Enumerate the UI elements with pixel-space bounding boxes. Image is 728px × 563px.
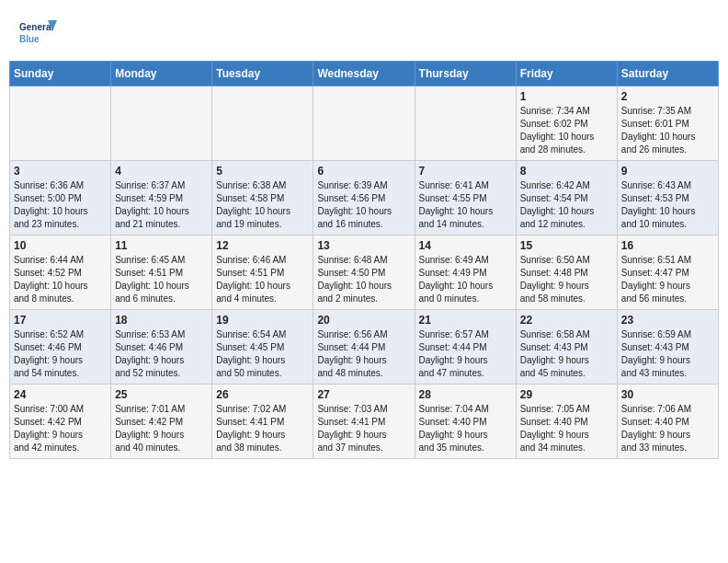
day-info: Sunrise: 6:53 AM Sunset: 4:46 PM Dayligh…	[115, 328, 208, 380]
calendar-day-cell: 27Sunrise: 7:03 AM Sunset: 4:41 PM Dayli…	[313, 385, 415, 459]
calendar-day-cell	[111, 86, 212, 161]
day-info: Sunrise: 6:59 AM Sunset: 4:43 PM Dayligh…	[621, 328, 714, 380]
day-info: Sunrise: 7:34 AM Sunset: 6:02 PM Dayligh…	[520, 105, 613, 156]
day-info: Sunrise: 7:03 AM Sunset: 4:41 PM Dayligh…	[317, 403, 410, 454]
calendar-day-cell: 15Sunrise: 6:50 AM Sunset: 4:48 PM Dayli…	[516, 236, 617, 310]
day-info: Sunrise: 7:00 AM Sunset: 4:42 PM Dayligh…	[14, 403, 107, 454]
day-info: Sunrise: 7:02 AM Sunset: 4:41 PM Dayligh…	[216, 403, 309, 454]
day-number: 15	[520, 239, 613, 252]
calendar-day-cell: 28Sunrise: 7:04 AM Sunset: 4:40 PM Dayli…	[415, 385, 516, 459]
calendar-day-cell: 17Sunrise: 6:52 AM Sunset: 4:46 PM Dayli…	[10, 310, 111, 385]
calendar-week-row: 1Sunrise: 7:34 AM Sunset: 6:02 PM Daylig…	[10, 86, 719, 161]
calendar-day-cell: 14Sunrise: 6:49 AM Sunset: 4:49 PM Dayli…	[415, 236, 516, 310]
weekday-header: Wednesday	[313, 62, 415, 86]
day-info: Sunrise: 6:51 AM Sunset: 4:47 PM Dayligh…	[621, 254, 714, 305]
weekday-header: Thursday	[415, 62, 516, 86]
calendar-day-cell	[313, 86, 415, 161]
day-info: Sunrise: 6:43 AM Sunset: 4:53 PM Dayligh…	[621, 179, 714, 231]
day-info: Sunrise: 6:38 AM Sunset: 4:58 PM Dayligh…	[216, 179, 309, 231]
day-info: Sunrise: 6:36 AM Sunset: 5:00 PM Dayligh…	[14, 179, 107, 231]
day-number: 7	[419, 165, 512, 178]
calendar-day-cell: 13Sunrise: 6:48 AM Sunset: 4:50 PM Dayli…	[313, 236, 415, 310]
calendar-day-cell: 29Sunrise: 7:05 AM Sunset: 4:40 PM Dayli…	[516, 385, 617, 459]
day-info: Sunrise: 7:06 AM Sunset: 4:40 PM Dayligh…	[621, 403, 714, 454]
day-info: Sunrise: 6:57 AM Sunset: 4:44 PM Dayligh…	[419, 328, 512, 380]
day-number: 5	[216, 165, 309, 178]
day-info: Sunrise: 6:56 AM Sunset: 4:44 PM Dayligh…	[317, 328, 410, 380]
calendar-day-cell: 12Sunrise: 6:46 AM Sunset: 4:51 PM Dayli…	[212, 236, 313, 310]
day-info: Sunrise: 6:39 AM Sunset: 4:56 PM Dayligh…	[317, 179, 410, 231]
logo-svg: General Blue	[18, 15, 57, 53]
day-info: Sunrise: 6:50 AM Sunset: 4:48 PM Dayligh…	[520, 254, 613, 305]
day-number: 3	[14, 165, 107, 178]
calendar-day-cell: 6Sunrise: 6:39 AM Sunset: 4:56 PM Daylig…	[313, 161, 415, 236]
day-number: 26	[216, 388, 309, 401]
day-number: 16	[621, 239, 714, 252]
weekday-header: Saturday	[617, 62, 718, 86]
day-number: 11	[115, 239, 208, 252]
day-number: 21	[419, 314, 512, 327]
calendar-day-cell: 8Sunrise: 6:42 AM Sunset: 4:54 PM Daylig…	[516, 161, 617, 236]
calendar-day-cell	[415, 86, 516, 161]
day-number: 10	[14, 239, 107, 252]
day-number: 14	[419, 239, 512, 252]
calendar-day-cell: 19Sunrise: 6:54 AM Sunset: 4:45 PM Dayli…	[212, 310, 313, 385]
calendar-week-row: 24Sunrise: 7:00 AM Sunset: 4:42 PM Dayli…	[10, 385, 719, 459]
calendar-day-cell: 23Sunrise: 6:59 AM Sunset: 4:43 PM Dayli…	[617, 310, 718, 385]
calendar-day-cell: 10Sunrise: 6:44 AM Sunset: 4:52 PM Dayli…	[10, 236, 111, 310]
day-number: 28	[419, 388, 512, 401]
day-number: 29	[520, 388, 613, 401]
weekday-header: Sunday	[10, 62, 111, 86]
calendar-day-cell: 30Sunrise: 7:06 AM Sunset: 4:40 PM Dayli…	[617, 385, 718, 459]
calendar-day-cell: 9Sunrise: 6:43 AM Sunset: 4:53 PM Daylig…	[617, 161, 718, 236]
calendar-day-cell: 26Sunrise: 7:02 AM Sunset: 4:41 PM Dayli…	[212, 385, 313, 459]
logo: General Blue	[18, 15, 57, 53]
day-number: 24	[14, 388, 107, 401]
day-info: Sunrise: 6:54 AM Sunset: 4:45 PM Dayligh…	[216, 328, 309, 380]
day-number: 6	[317, 165, 410, 178]
day-number: 17	[14, 314, 107, 327]
calendar-week-row: 17Sunrise: 6:52 AM Sunset: 4:46 PM Dayli…	[10, 310, 719, 385]
calendar-day-cell: 24Sunrise: 7:00 AM Sunset: 4:42 PM Dayli…	[10, 385, 111, 459]
day-number: 25	[115, 388, 208, 401]
calendar-day-cell: 25Sunrise: 7:01 AM Sunset: 4:42 PM Dayli…	[111, 385, 212, 459]
day-number: 20	[317, 314, 410, 327]
day-number: 27	[317, 388, 410, 401]
day-number: 13	[317, 239, 410, 252]
calendar-week-row: 3Sunrise: 6:36 AM Sunset: 5:00 PM Daylig…	[10, 161, 719, 236]
calendar-day-cell	[212, 86, 313, 161]
calendar-day-cell: 7Sunrise: 6:41 AM Sunset: 4:55 PM Daylig…	[415, 161, 516, 236]
day-number: 12	[216, 239, 309, 252]
calendar-day-cell: 22Sunrise: 6:58 AM Sunset: 4:43 PM Dayli…	[516, 310, 617, 385]
day-number: 19	[216, 314, 309, 327]
calendar-table: SundayMondayTuesdayWednesdayThursdayFrid…	[9, 61, 719, 459]
day-number: 2	[621, 90, 714, 103]
day-info: Sunrise: 7:05 AM Sunset: 4:40 PM Dayligh…	[520, 403, 613, 454]
day-info: Sunrise: 6:37 AM Sunset: 4:59 PM Dayligh…	[115, 179, 208, 231]
calendar-day-cell: 18Sunrise: 6:53 AM Sunset: 4:46 PM Dayli…	[111, 310, 212, 385]
day-info: Sunrise: 6:58 AM Sunset: 4:43 PM Dayligh…	[520, 328, 613, 380]
day-info: Sunrise: 6:45 AM Sunset: 4:51 PM Dayligh…	[115, 254, 208, 305]
calendar-body: 1Sunrise: 7:34 AM Sunset: 6:02 PM Daylig…	[10, 86, 719, 459]
calendar-day-cell: 3Sunrise: 6:36 AM Sunset: 5:00 PM Daylig…	[10, 161, 111, 236]
weekday-header: Monday	[111, 62, 212, 86]
day-info: Sunrise: 6:48 AM Sunset: 4:50 PM Dayligh…	[317, 254, 410, 305]
day-info: Sunrise: 6:44 AM Sunset: 4:52 PM Dayligh…	[14, 254, 107, 305]
day-number: 4	[115, 165, 208, 178]
day-number: 18	[115, 314, 208, 327]
day-number: 22	[520, 314, 613, 327]
calendar-day-cell: 2Sunrise: 7:35 AM Sunset: 6:01 PM Daylig…	[617, 86, 718, 161]
calendar-day-cell: 1Sunrise: 7:34 AM Sunset: 6:02 PM Daylig…	[516, 86, 617, 161]
day-info: Sunrise: 6:46 AM Sunset: 4:51 PM Dayligh…	[216, 254, 309, 305]
weekday-header: Tuesday	[212, 62, 313, 86]
day-info: Sunrise: 6:52 AM Sunset: 4:46 PM Dayligh…	[14, 328, 107, 380]
calendar-week-row: 10Sunrise: 6:44 AM Sunset: 4:52 PM Dayli…	[10, 236, 719, 310]
svg-text:General: General	[19, 22, 53, 32]
day-number: 8	[520, 165, 613, 178]
day-number: 30	[621, 388, 714, 401]
day-info: Sunrise: 7:35 AM Sunset: 6:01 PM Dayligh…	[621, 105, 714, 156]
calendar-day-cell: 21Sunrise: 6:57 AM Sunset: 4:44 PM Dayli…	[415, 310, 516, 385]
calendar-day-cell: 11Sunrise: 6:45 AM Sunset: 4:51 PM Dayli…	[111, 236, 212, 310]
calendar-day-cell: 20Sunrise: 6:56 AM Sunset: 4:44 PM Dayli…	[313, 310, 415, 385]
calendar-day-cell: 4Sunrise: 6:37 AM Sunset: 4:59 PM Daylig…	[111, 161, 212, 236]
